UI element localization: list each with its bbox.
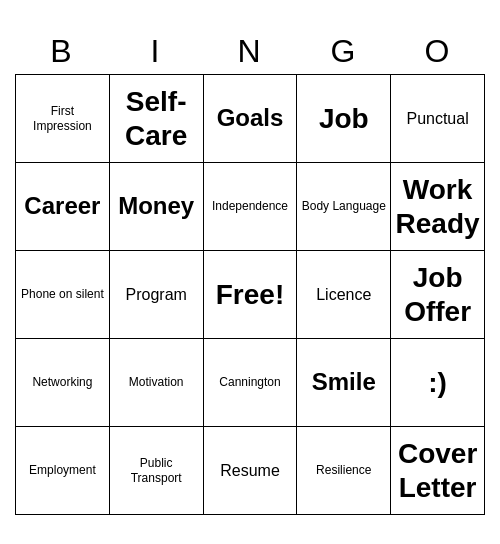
cell-r0-c0: First Impression	[16, 75, 110, 163]
cell-r4-c2: Resume	[204, 427, 298, 515]
cell-label: Phone on silent	[21, 287, 104, 301]
cell-r2-c3: Licence	[297, 251, 391, 339]
cell-r1-c2: Independence	[204, 163, 298, 251]
cell-r3-c3: Smile	[297, 339, 391, 427]
cell-label: Cannington	[219, 375, 280, 389]
cell-label: Job	[319, 102, 369, 136]
cell-label: Body Language	[302, 199, 386, 213]
cell-label: Independence	[212, 199, 288, 213]
cell-r1-c1: Money	[110, 163, 204, 251]
cell-r1-c0: Career	[16, 163, 110, 251]
cell-label: Job Offer	[395, 261, 480, 328]
cell-r1-c3: Body Language	[297, 163, 391, 251]
cell-r0-c4: Punctual	[391, 75, 485, 163]
cell-label: Self-Care	[114, 85, 199, 152]
cell-r1-c4: Work Ready	[391, 163, 485, 251]
cell-label: Resilience	[316, 463, 371, 477]
cell-label: Licence	[316, 285, 371, 304]
cell-label: Punctual	[406, 109, 468, 128]
header-letter: N	[203, 29, 297, 74]
header-letter: G	[297, 29, 391, 74]
cell-r3-c0: Networking	[16, 339, 110, 427]
cell-label: Resume	[220, 461, 280, 480]
cell-label: Program	[126, 285, 187, 304]
cell-label: :)	[428, 366, 447, 400]
cell-label: Goals	[217, 104, 284, 133]
cell-label: Networking	[32, 375, 92, 389]
bingo-grid: First ImpressionSelf-CareGoalsJobPunctua…	[15, 74, 485, 515]
cell-r2-c2: Free!	[204, 251, 298, 339]
cell-r4-c0: Employment	[16, 427, 110, 515]
header-letter: O	[391, 29, 485, 74]
bingo-card: BINGO First ImpressionSelf-CareGoalsJobP…	[15, 29, 485, 515]
cell-label: Public Transport	[114, 456, 199, 485]
cell-label: Smile	[312, 368, 376, 397]
cell-r4-c1: Public Transport	[110, 427, 204, 515]
cell-r0-c2: Goals	[204, 75, 298, 163]
header-letter: B	[15, 29, 109, 74]
header-letter: I	[109, 29, 203, 74]
cell-r2-c0: Phone on silent	[16, 251, 110, 339]
cell-label: Employment	[29, 463, 96, 477]
cell-r4-c3: Resilience	[297, 427, 391, 515]
cell-r0-c1: Self-Care	[110, 75, 204, 163]
cell-label: Free!	[216, 278, 284, 312]
cell-r3-c4: :)	[391, 339, 485, 427]
bingo-header: BINGO	[15, 29, 485, 74]
cell-label: Work Ready	[395, 173, 480, 240]
cell-label: First Impression	[20, 104, 105, 133]
cell-label: Motivation	[129, 375, 184, 389]
cell-label: Career	[24, 192, 100, 221]
cell-r3-c1: Motivation	[110, 339, 204, 427]
cell-r2-c4: Job Offer	[391, 251, 485, 339]
cell-r4-c4: Cover Letter	[391, 427, 485, 515]
cell-label: Cover Letter	[395, 437, 480, 504]
cell-r2-c1: Program	[110, 251, 204, 339]
cell-label: Money	[118, 192, 194, 221]
cell-r3-c2: Cannington	[204, 339, 298, 427]
cell-r0-c3: Job	[297, 75, 391, 163]
